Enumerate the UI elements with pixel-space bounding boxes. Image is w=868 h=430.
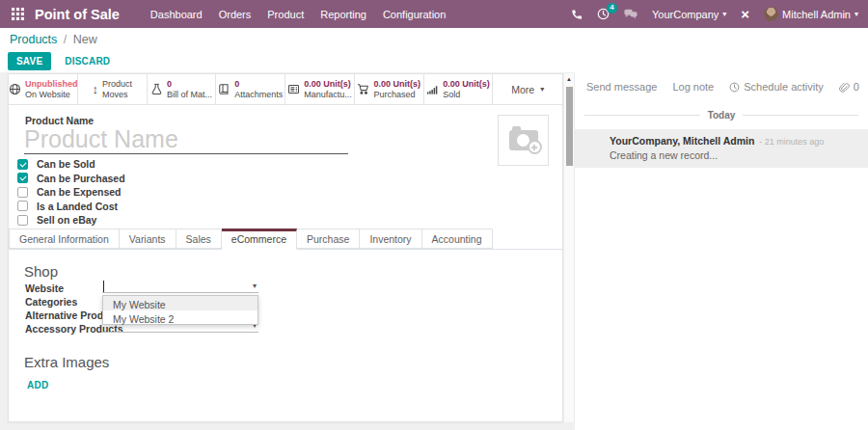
checkbox-can-be-sold[interactable]: Can be Sold bbox=[17, 157, 125, 172]
log-note-button[interactable]: Log note bbox=[672, 81, 714, 93]
website-dropdown-menu: My Website My Website 2 bbox=[102, 295, 258, 325]
scrollbar-thumb[interactable] bbox=[566, 87, 573, 166]
stat-value: 0.00 Unit(s) bbox=[304, 79, 352, 90]
schedule-activity-label: Schedule activity bbox=[744, 81, 824, 93]
save-button[interactable]: SAVE bbox=[8, 52, 51, 70]
chevron-down-icon[interactable]: ▾ bbox=[253, 282, 257, 290]
vertical-scrollbar[interactable]: ▲ bbox=[563, 73, 575, 422]
product-image-upload[interactable] bbox=[498, 115, 549, 166]
checkbox-box[interactable] bbox=[17, 201, 28, 211]
breadcrumb-products-link[interactable]: Products bbox=[10, 33, 57, 46]
send-message-button[interactable]: Send message bbox=[586, 81, 657, 93]
stat-value: Product bbox=[102, 79, 132, 90]
breadcrumb: Products / New bbox=[0, 28, 868, 49]
stat-value: Unpublished bbox=[25, 79, 77, 90]
checkbox-can-be-expensed[interactable]: Can be Expensed bbox=[17, 185, 125, 200]
scroll-up-arrow[interactable]: ▲ bbox=[564, 73, 574, 85]
tab-variants[interactable]: Variants bbox=[120, 228, 176, 249]
message-timestamp: - 21 minutes ago bbox=[759, 137, 824, 147]
camera-plus-icon bbox=[509, 130, 538, 150]
more-label: More bbox=[511, 84, 534, 95]
notebook-tabs: General Information Variants Sales eComm… bbox=[9, 228, 562, 250]
more-button[interactable]: More ▾ bbox=[493, 74, 562, 104]
menu-product[interactable]: Product bbox=[267, 9, 304, 20]
flask-icon bbox=[150, 83, 163, 95]
stat-button-manufactured[interactable]: 0.00 Unit(s) Manufactu... bbox=[285, 74, 355, 104]
stat-value: 0 bbox=[167, 79, 212, 90]
checkbox-can-be-purchased[interactable]: Can be Purchased bbox=[17, 172, 125, 186]
apps-menu-icon[interactable] bbox=[10, 7, 25, 22]
stat-button-sold[interactable]: 0.00 Unit(s) Sold bbox=[424, 74, 494, 104]
stat-button-product-moves[interactable]: ↕ Product Moves bbox=[78, 74, 148, 104]
product-flags: Can be Sold Can be Purchased Can be Expe… bbox=[17, 157, 125, 228]
add-image-button[interactable]: ADD bbox=[27, 380, 49, 390]
menu-reporting[interactable]: Reporting bbox=[320, 9, 366, 20]
activities-badge: 4 bbox=[607, 3, 617, 13]
text-cursor bbox=[103, 281, 104, 292]
stat-button-website[interactable]: Unpublished On Website bbox=[9, 74, 78, 104]
main-menu: Dashboard Orders Product Reporting Confi… bbox=[150, 9, 447, 20]
cart-icon bbox=[357, 83, 369, 95]
message-body: Creating a new record... bbox=[610, 149, 856, 161]
menu-dashboard[interactable]: Dashboard bbox=[150, 9, 203, 20]
date-divider: Today bbox=[584, 110, 858, 121]
product-name-input[interactable] bbox=[24, 125, 348, 154]
checkbox-label: Is a Landed Cost bbox=[37, 201, 118, 212]
company-switcher[interactable]: YourCompany ▾ bbox=[652, 9, 726, 20]
phone-icon[interactable] bbox=[571, 9, 583, 20]
categories-label: Categories bbox=[25, 296, 77, 308]
action-bar: SAVE DISCARD bbox=[0, 49, 868, 72]
globe-icon bbox=[9, 83, 21, 95]
messages-icon[interactable] bbox=[624, 9, 637, 19]
breadcrumb-current: New bbox=[73, 33, 97, 46]
dropdown-option-my-website-2[interactable]: My Website 2 bbox=[103, 310, 258, 325]
dropdown-option-my-website[interactable]: My Website bbox=[103, 296, 258, 310]
checkbox-label: Can be Purchased bbox=[37, 173, 125, 184]
stat-label: On Website bbox=[25, 90, 77, 100]
checkbox-sell-on-ebay[interactable]: Sell on eBay bbox=[17, 213, 125, 228]
stat-button-purchased[interactable]: 0.00 Unit(s) Purchased bbox=[355, 74, 424, 104]
navbar-systray: 4 YourCompany ▾ × Mitchell Admin ▾ bbox=[571, 7, 858, 21]
product-form-sheet: Unpublished On Website ↕ Product Moves 0… bbox=[8, 73, 563, 422]
checkbox-is-landed-cost[interactable]: Is a Landed Cost bbox=[17, 200, 125, 214]
checkbox-box[interactable] bbox=[17, 215, 28, 226]
close-icon[interactable]: × bbox=[741, 7, 749, 21]
chatter-panel: Send message Log note Schedule activity … bbox=[575, 72, 868, 430]
website-label: Website bbox=[25, 282, 64, 294]
stat-button-box: Unpublished On Website ↕ Product Moves 0… bbox=[9, 74, 562, 105]
breadcrumb-separator: / bbox=[64, 33, 67, 46]
menu-orders[interactable]: Orders bbox=[219, 9, 252, 20]
checkbox-label: Can be Sold bbox=[37, 158, 95, 170]
checkbox-box[interactable] bbox=[17, 159, 28, 170]
chevron-down-icon: ▾ bbox=[540, 86, 544, 94]
list-card-icon bbox=[287, 83, 300, 95]
discard-button[interactable]: DISCARD bbox=[65, 56, 110, 67]
attachments-button[interactable]: 0 bbox=[839, 81, 859, 93]
tab-ecommerce[interactable]: eCommerce bbox=[222, 228, 297, 250]
tab-general-information[interactable]: General Information bbox=[9, 228, 120, 249]
tab-accounting[interactable]: Accounting bbox=[422, 228, 493, 249]
extra-images-heading: Extra Images bbox=[24, 354, 109, 370]
tab-purchase[interactable]: Purchase bbox=[297, 228, 360, 249]
user-menu[interactable]: Mitchell Admin ▾ bbox=[764, 7, 858, 21]
checkbox-box[interactable] bbox=[17, 187, 28, 198]
top-navbar: Point of Sale Dashboard Orders Product R… bbox=[0, 0, 868, 28]
stat-button-attachments[interactable]: 0 Attachments bbox=[216, 74, 285, 104]
chatter-toolbar: Send message Log note Schedule activity … bbox=[575, 72, 868, 98]
checkbox-box[interactable] bbox=[17, 173, 28, 183]
stat-button-bom[interactable]: 0 Bill of Mat... bbox=[148, 74, 217, 104]
schedule-activity-button[interactable]: Schedule activity bbox=[729, 81, 824, 93]
website-input[interactable]: ▾ bbox=[102, 280, 258, 293]
grid-icon bbox=[12, 8, 24, 20]
activities-icon[interactable]: 4 bbox=[597, 8, 610, 20]
stat-value: 0.00 Unit(s) bbox=[373, 79, 420, 90]
book-icon bbox=[218, 83, 231, 95]
avatar bbox=[764, 7, 778, 21]
stat-value: 0 bbox=[234, 79, 283, 90]
attachments-count: 0 bbox=[854, 81, 859, 93]
tab-inventory[interactable]: Inventory bbox=[360, 228, 421, 249]
stat-label: Attachments bbox=[234, 90, 283, 100]
menu-configuration[interactable]: Configuration bbox=[383, 9, 446, 20]
app-title[interactable]: Point of Sale bbox=[35, 7, 120, 22]
tab-sales[interactable]: Sales bbox=[176, 228, 222, 249]
